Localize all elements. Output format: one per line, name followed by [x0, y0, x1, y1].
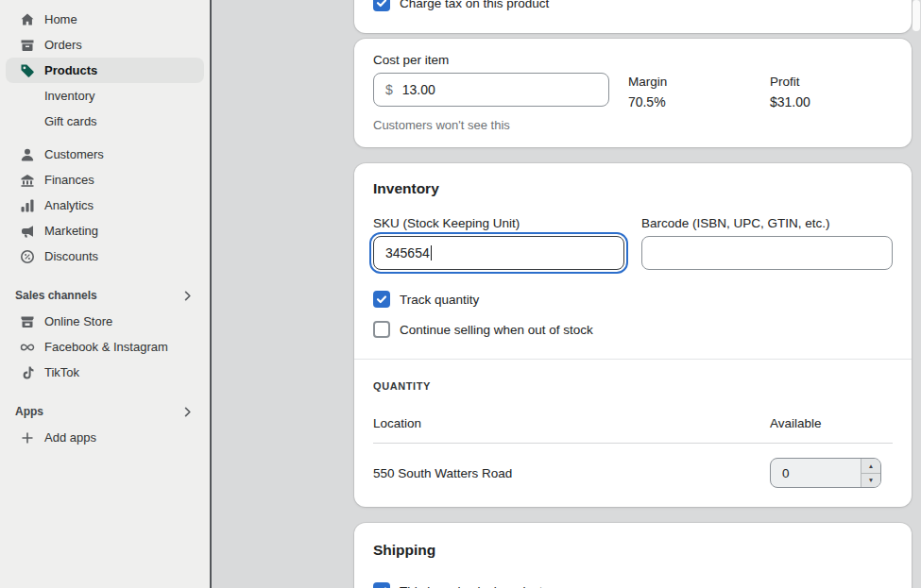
sidebar-item-tiktok[interactable]: TikTok [6, 360, 204, 385]
sidebar-item-home[interactable]: Home [6, 7, 204, 32]
sidebar-item-label: TikTok [44, 365, 79, 379]
location-column-header: Location [373, 416, 421, 430]
meta-infinity-icon [19, 339, 35, 355]
barcode-input[interactable] [641, 236, 893, 270]
track-quantity-row: Track quantity [373, 291, 893, 308]
available-column-header: Available [770, 416, 893, 430]
store-icon [19, 313, 35, 329]
discounts-icon [19, 248, 35, 264]
quantity-value: 0 [771, 459, 861, 487]
sku-value: 345654 [385, 245, 430, 260]
sidebar-item-products[interactable]: Products [6, 58, 204, 83]
main-content: Charge tax on this product Cost per item… [354, 0, 912, 588]
sidebar-item-analytics[interactable]: Analytics [6, 193, 204, 218]
sidebar-item-finances[interactable]: Finances [6, 167, 204, 193]
sku-field-group: SKU (Stock Keeping Unit) 345654 [373, 216, 624, 270]
sidebar-item-label: Analytics [44, 198, 94, 212]
products-icon [19, 62, 35, 78]
available-cell: 0 ▲ ▼ [770, 458, 893, 488]
sales-channels-label: Sales channels [15, 289, 97, 302]
sku-label: SKU (Stock Keeping Unit) [373, 216, 624, 230]
customers-icon [19, 146, 35, 162]
charge-tax-checkbox[interactable] [373, 0, 390, 11]
margin-value: 70.5% [628, 94, 751, 109]
scrollbar-thumb[interactable] [912, 0, 920, 31]
physical-product-row: This is a physical product [373, 582, 893, 588]
table-row: 550 South Watters Road 0 ▲ ▼ [373, 444, 893, 507]
margin-label: Margin [628, 75, 751, 89]
tiktok-icon [19, 364, 35, 380]
profit-value: $31.00 [770, 94, 893, 109]
continue-selling-checkbox[interactable] [373, 321, 390, 338]
sidebar-item-facebook-instagram[interactable]: Facebook & Instagram [6, 334, 204, 360]
charge-tax-label: Charge tax on this product [400, 0, 549, 10]
barcode-field-group: Barcode (ISBN, UPC, GTIN, etc.) [641, 216, 893, 270]
sidebar-item-label: Finances [44, 173, 94, 187]
sidebar-item-label: Customers [44, 147, 104, 161]
apps-section-header[interactable]: Apps [6, 400, 204, 423]
tax-card: Charge tax on this product [354, 0, 912, 33]
sidebar-item-label: Orders [44, 38, 82, 52]
currency-prefix: $ [385, 82, 393, 97]
sidebar: Home Orders Products Inventory Gift card… [0, 0, 212, 588]
cost-value: 13.00 [402, 82, 435, 97]
sidebar-item-online-store[interactable]: Online Store [6, 309, 204, 334]
finances-icon [19, 172, 35, 188]
sidebar-item-customers[interactable]: Customers [6, 142, 204, 167]
sidebar-item-discounts[interactable]: Discounts [6, 244, 204, 269]
inventory-title: Inventory [354, 180, 912, 197]
cost-helper-text: Customers won't see this [373, 118, 893, 132]
sales-channels-section-header[interactable]: Sales channels [6, 284, 204, 307]
plus-icon [19, 429, 35, 445]
sidebar-item-add-apps[interactable]: Add apps [6, 425, 204, 450]
sidebar-item-marketing[interactable]: Marketing [6, 218, 204, 244]
chevron-right-icon[interactable] [180, 289, 195, 303]
track-quantity-label: Track quantity [400, 293, 479, 307]
sidebar-item-label: Inventory [44, 89, 94, 103]
profit-metric: Profit $31.00 [770, 73, 893, 109]
location-value: 550 South Watters Road [373, 466, 512, 480]
quantity-table-header: Location Available [373, 392, 893, 444]
sku-barcode-row: SKU (Stock Keeping Unit) 345654 Barcode … [354, 216, 912, 270]
text-cursor [431, 245, 433, 260]
home-icon [19, 11, 35, 27]
sidebar-item-label: Marketing [44, 224, 98, 238]
sku-input[interactable]: 345654 [373, 236, 624, 270]
quantity-section-header: QUANTITY [354, 360, 912, 392]
quantity-stepper[interactable]: 0 ▲ ▼ [770, 458, 881, 488]
sidebar-item-label: Products [44, 63, 97, 77]
orders-icon [19, 37, 35, 53]
sidebar-item-gift-cards[interactable]: Gift cards [6, 109, 204, 134]
cost-per-item-input[interactable]: $ 13.00 [373, 73, 609, 107]
inventory-checkboxes: Track quantity Continue selling when out… [354, 270, 912, 338]
apps-label: Apps [15, 405, 43, 418]
profit-label: Profit [770, 75, 893, 89]
sidebar-item-label: Home [44, 12, 77, 26]
barcode-label: Barcode (ISBN, UPC, GTIN, etc.) [641, 216, 893, 230]
inventory-card: Inventory SKU (Stock Keeping Unit) 34565… [354, 163, 912, 507]
cost-row: $ 13.00 Margin 70.5% Profit $31.00 [373, 73, 893, 109]
physical-product-label: This is a physical product [400, 584, 543, 588]
sidebar-item-label: Facebook & Instagram [44, 340, 168, 354]
chevron-right-icon[interactable] [180, 405, 195, 419]
sidebar-item-inventory[interactable]: Inventory [6, 83, 204, 109]
physical-product-checkbox[interactable] [373, 582, 390, 588]
stepper-down-button[interactable]: ▼ [861, 474, 880, 488]
sidebar-item-orders[interactable]: Orders [6, 32, 204, 58]
shipping-card: Shipping This is a physical product [354, 523, 912, 588]
stepper-up-button[interactable]: ▲ [861, 459, 880, 474]
continue-selling-label: Continue selling when out of stock [400, 323, 593, 337]
margin-metric: Margin 70.5% [628, 73, 751, 109]
analytics-icon [19, 197, 35, 213]
marketing-icon [19, 223, 35, 239]
stepper-spin-buttons: ▲ ▼ [861, 459, 880, 487]
sidebar-item-label: Discounts [44, 249, 98, 263]
track-quantity-checkbox[interactable] [373, 291, 390, 308]
cost-per-item-card: Cost per item $ 13.00 Margin 70.5% Profi… [354, 39, 912, 147]
sidebar-item-label: Online Store [44, 314, 112, 328]
cost-per-item-label: Cost per item [373, 53, 893, 67]
sidebar-item-label: Add apps [44, 430, 96, 445]
charge-tax-row: Charge tax on this product [373, 0, 549, 11]
shipping-title: Shipping [373, 542, 893, 559]
continue-selling-row: Continue selling when out of stock [373, 321, 893, 338]
